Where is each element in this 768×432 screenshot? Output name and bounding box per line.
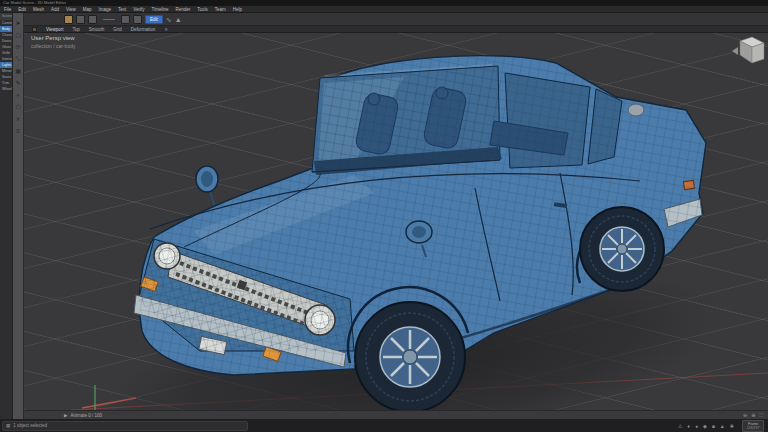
poly-tool-icon[interactable]: ⬡ bbox=[14, 103, 23, 111]
menu-timeline[interactable]: Timeline bbox=[152, 6, 169, 13]
layers-tool-icon[interactable]: ≡ bbox=[14, 127, 23, 135]
zoom-in-icon[interactable]: ⊕ bbox=[751, 412, 755, 419]
view-cube-gizmo[interactable] bbox=[732, 37, 764, 63]
menu-text[interactable]: Text bbox=[118, 6, 126, 13]
add-icon[interactable]: ✚ bbox=[730, 423, 734, 429]
menu-mesh[interactable]: Mesh bbox=[33, 6, 44, 13]
viewport-collection-label: collection / car-body bbox=[31, 43, 75, 49]
rear-mirror-pod bbox=[628, 104, 644, 116]
tab-smooth[interactable]: Smooth bbox=[89, 26, 105, 33]
fit-view-icon[interactable]: ⛶ bbox=[759, 412, 763, 419]
scale-tool-icon[interactable]: ⤡ bbox=[14, 55, 23, 63]
cut-tool-icon[interactable]: ⨯ bbox=[14, 115, 23, 123]
menu-edit[interactable]: Edit bbox=[18, 6, 26, 13]
menu-help[interactable]: Help bbox=[233, 6, 242, 13]
snap-toggle-button[interactable] bbox=[76, 15, 85, 24]
outliner-row-wheels[interactable]: Wheels bbox=[0, 86, 12, 92]
menu-bar: File Edit Mesh Add View Map Image Text V… bbox=[0, 6, 768, 13]
viewport-tab-row: Viewport Top Smooth Grid Deformation ✕ bbox=[24, 26, 768, 33]
play-icon[interactable]: ▶ bbox=[64, 413, 67, 418]
menu-tools[interactable]: Tools bbox=[197, 6, 208, 13]
play-small-icon[interactable]: ▲ bbox=[720, 423, 725, 429]
toolbar-divider bbox=[103, 19, 115, 20]
grid-status-icon: ▦ bbox=[6, 423, 10, 428]
frame-counter-value: 128/297 bbox=[743, 426, 763, 430]
shaded-view-button[interactable] bbox=[133, 15, 142, 24]
frame-counter-box: Frame 128/297 bbox=[742, 420, 764, 432]
timeline-bar[interactable]: ▶ Animate 0 / 100 ⊖ ⊕ ⛶ bbox=[24, 410, 768, 419]
status-bar: ▦ 1 object selected ⚠ ♦ ● ◆ ■ ▲ ✚ Frame … bbox=[0, 419, 768, 432]
scene-outliner-panel: Scene Camera Body Chassis Doors Glass Gr… bbox=[0, 13, 13, 419]
viewport-tab-icon bbox=[32, 27, 37, 32]
menu-team[interactable]: Team bbox=[215, 6, 226, 13]
tab-viewport[interactable]: Viewport bbox=[46, 26, 63, 33]
menu-view[interactable]: View bbox=[66, 6, 76, 13]
keyframe-icon[interactable]: ◆ bbox=[703, 423, 707, 429]
menu-verify[interactable]: Verify bbox=[133, 6, 144, 13]
selection-status-text: 1 object selected bbox=[13, 423, 47, 428]
selection-status-pill[interactable]: ▦ 1 object selected bbox=[2, 421, 248, 431]
diamond-icon[interactable]: ♦ bbox=[687, 423, 690, 429]
measure-tool-icon[interactable]: ⌖ bbox=[14, 91, 23, 99]
app-window: Car Model Scene - 3D Model Editor File E… bbox=[0, 0, 768, 432]
glass-wireframe-overlay bbox=[312, 66, 500, 172]
menu-file[interactable]: File bbox=[4, 6, 11, 13]
front-wheel[interactable] bbox=[355, 302, 465, 410]
status-icon-cluster: ⚠ ♦ ● ◆ ■ ▲ ✚ bbox=[678, 423, 734, 429]
window-title: Car Model Scene - 3D Model Editor bbox=[3, 0, 66, 5]
tab-close-icon[interactable]: ✕ bbox=[164, 27, 168, 32]
pivot-tool-icon[interactable]: ▲ bbox=[175, 15, 182, 24]
viewport-canvas[interactable] bbox=[24, 33, 768, 410]
tab-grid[interactable]: Grid bbox=[113, 26, 122, 33]
curve-tool-icon[interactable]: ∿ bbox=[166, 15, 172, 24]
menu-map[interactable]: Map bbox=[83, 6, 92, 13]
tab-deformation[interactable]: Deformation bbox=[131, 26, 156, 33]
main-toolbar: Edit ∿ ▲ bbox=[24, 13, 768, 26]
viewport-view-label[interactable]: User Persp view bbox=[31, 35, 75, 41]
zoom-out-icon[interactable]: ⊖ bbox=[743, 412, 747, 419]
rotate-tool-icon[interactable]: ⟳ bbox=[14, 43, 23, 51]
outliner-header: Scene bbox=[0, 13, 12, 20]
viewport-3d[interactable]: User Persp view collection / car-body bbox=[24, 33, 768, 410]
grid-tool-icon[interactable]: ▦ bbox=[14, 67, 23, 75]
wireframe-view-button[interactable] bbox=[121, 15, 130, 24]
material-swatch-button[interactable] bbox=[64, 15, 73, 24]
timeline-label: Animate 0 / 100 bbox=[70, 413, 102, 418]
tab-top[interactable]: Top bbox=[72, 26, 79, 33]
pen-tool-icon[interactable]: ✎ bbox=[14, 79, 23, 87]
menu-add[interactable]: Add bbox=[51, 6, 59, 13]
tool-strip: ➤ ▢ ⟳ ⤡ ▦ ✎ ⌖ ⬡ ⨯ ≡ bbox=[13, 13, 24, 419]
fender-mirror-left[interactable] bbox=[196, 166, 218, 205]
record-icon[interactable]: ● bbox=[695, 423, 698, 429]
select-tool-icon[interactable]: ➤ bbox=[14, 19, 23, 27]
warning-icon[interactable]: ⚠ bbox=[678, 423, 682, 429]
menu-render[interactable]: Render bbox=[175, 6, 190, 13]
box-tool-icon[interactable]: ▢ bbox=[14, 31, 23, 39]
edit-mode-button[interactable]: Edit bbox=[145, 15, 163, 24]
stop-icon[interactable]: ■ bbox=[712, 423, 715, 429]
mirror-toggle-button[interactable] bbox=[88, 15, 97, 24]
rear-wheel[interactable] bbox=[580, 207, 664, 291]
menu-image[interactable]: Image bbox=[99, 6, 112, 13]
